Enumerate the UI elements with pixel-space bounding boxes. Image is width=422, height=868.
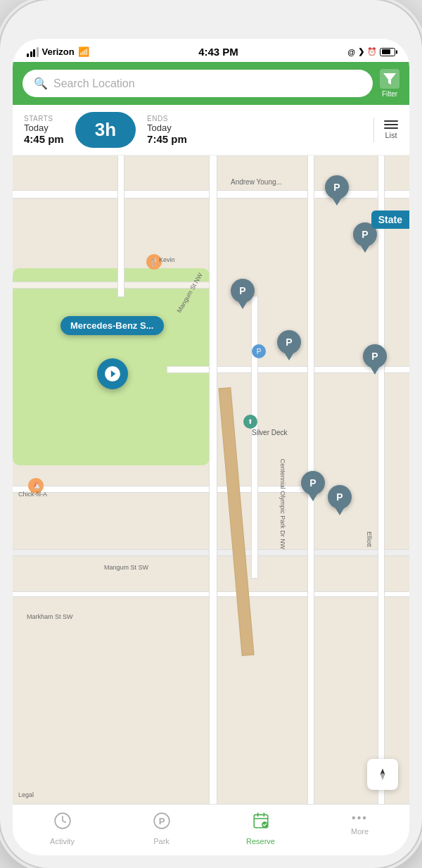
svg-point-7 xyxy=(262,822,268,828)
screen: Verizon 📶 4:43 PM @ ❯ ⏰ 🔍 Search Locatio… xyxy=(13,39,409,855)
pin-circle: P xyxy=(231,279,255,303)
poi-parking-blue: P xyxy=(252,344,266,358)
parking-pin-7[interactable]: P xyxy=(328,485,352,515)
parking-pin-6[interactable]: P xyxy=(301,471,325,501)
road-h2 xyxy=(13,282,210,288)
starts-day: Today xyxy=(24,122,64,133)
location-icon: ❯ xyxy=(358,47,364,56)
starts-label: STARTS xyxy=(24,115,64,122)
road-v1 xyxy=(210,156,217,804)
silver-deck-label: Silver Deck xyxy=(252,429,288,436)
parking-pin-1[interactable]: P xyxy=(325,175,349,206)
road-label-centennial: Centennial Olympic Park Dr NW xyxy=(279,459,286,550)
mercedes-tooltip[interactable]: Mercedes-Benz S... xyxy=(60,316,164,335)
activity-icon xyxy=(53,812,72,834)
ends-section: ENDS Today 7:45 pm xyxy=(147,115,187,145)
starts-section: STARTS Today 4:45 pm xyxy=(24,115,64,145)
search-placeholder: Search Location xyxy=(53,77,135,90)
at-icon: @ xyxy=(347,48,355,56)
poi-chick-label: Chick-fil-A xyxy=(18,491,47,498)
pin-circle: P xyxy=(277,330,301,354)
divider xyxy=(373,118,374,143)
search-row: 🔍 Search Location Filter xyxy=(23,69,399,98)
road-label-elliott: Elliott xyxy=(366,532,373,547)
time-right: List xyxy=(373,118,398,143)
carrier-label: Verizon xyxy=(42,46,75,57)
road-v5 xyxy=(252,296,257,578)
status-bar: Verizon 📶 4:43 PM @ ❯ ⏰ xyxy=(13,39,409,62)
pin-tail xyxy=(371,367,379,375)
tab-reserve-label: Reserve xyxy=(246,837,275,845)
wifi-icon: 📶 xyxy=(78,46,89,57)
pin-tail xyxy=(238,302,247,309)
list-label: List xyxy=(385,131,397,139)
battery-fill xyxy=(382,49,391,54)
pin-circle: P xyxy=(363,344,387,368)
tab-activity-label: Activity xyxy=(50,837,75,845)
starts-time: 4:45 pm xyxy=(24,133,64,145)
svg-text:P: P xyxy=(158,816,165,826)
pin-circle: P xyxy=(328,485,352,509)
duration-button[interactable]: 3h xyxy=(75,112,136,148)
alarm-icon: ⏰ xyxy=(367,47,377,56)
pin-tail xyxy=(285,353,293,360)
road-label-andrew: Andrew Young... xyxy=(231,178,282,186)
status-right: @ ❯ ⏰ xyxy=(347,47,395,56)
ends-label: ENDS xyxy=(147,115,187,122)
pin-tail xyxy=(309,494,317,501)
pin-tail xyxy=(335,508,344,515)
tab-activity[interactable]: Activity xyxy=(13,812,112,845)
filter-label: Filter xyxy=(382,90,397,98)
filter-button[interactable]: Filter xyxy=(380,69,399,98)
poi-kevin-label: Kevin xyxy=(159,256,175,263)
search-bar[interactable]: 🔍 Search Location xyxy=(23,70,373,97)
pin-circle: P xyxy=(301,471,325,495)
compass-button[interactable] xyxy=(367,759,398,790)
tab-park[interactable]: P Park xyxy=(112,812,211,845)
filter-icon xyxy=(380,69,399,89)
time-bar: STARTS Today 4:45 pm 3h ENDS Today 7:45 … xyxy=(13,105,409,156)
tab-more[interactable]: ••• More xyxy=(310,812,409,845)
ends-time: 7:45 pm xyxy=(147,133,187,145)
app-header: 🔍 Search Location Filter xyxy=(13,62,409,105)
pin-tail xyxy=(361,246,369,253)
road-v2 xyxy=(118,156,124,296)
status-left: Verizon 📶 xyxy=(27,46,89,57)
map-background: Andrew Young... Mangum St NW Mangum St S… xyxy=(13,156,409,804)
legal-text: Legal xyxy=(18,791,34,798)
road-h4 xyxy=(13,486,308,492)
reserve-icon xyxy=(252,812,270,834)
parking-pin-4[interactable]: P xyxy=(277,330,301,360)
list-button[interactable]: List xyxy=(384,120,398,139)
road-label-mangum-sw: Mangum St SW xyxy=(104,564,148,571)
road-v4 xyxy=(378,156,384,804)
state-label[interactable]: State xyxy=(371,210,409,229)
park-icon: P xyxy=(153,812,171,834)
tab-reserve[interactable]: Reserve xyxy=(211,812,310,845)
search-icon: 🔍 xyxy=(34,77,48,90)
road-label-markham: Markham St SW xyxy=(27,613,73,620)
map-area[interactable]: Andrew Young... Mangum St NW Mangum St S… xyxy=(13,156,409,804)
pin-circle: P xyxy=(325,175,349,199)
tab-more-label: More xyxy=(351,827,369,836)
pin-tail xyxy=(333,199,341,206)
signal-bars xyxy=(27,47,39,57)
ends-day: Today xyxy=(147,122,187,133)
more-icon: ••• xyxy=(352,812,368,824)
hamburger-icon xyxy=(384,120,398,129)
poi-silver-deck: ⬆ xyxy=(243,415,257,429)
tab-park-label: Park xyxy=(153,837,170,845)
status-time: 4:43 PM xyxy=(198,46,238,58)
parking-pin-3[interactable]: P xyxy=(231,279,255,309)
parking-pin-5[interactable]: P xyxy=(363,344,387,375)
battery-indicator xyxy=(380,48,395,56)
phone-shell: Verizon 📶 4:43 PM @ ❯ ⏰ 🔍 Search Locatio… xyxy=(0,0,422,868)
tab-bar: Activity P Park xyxy=(13,804,409,855)
stadium-marker[interactable] xyxy=(97,358,128,389)
